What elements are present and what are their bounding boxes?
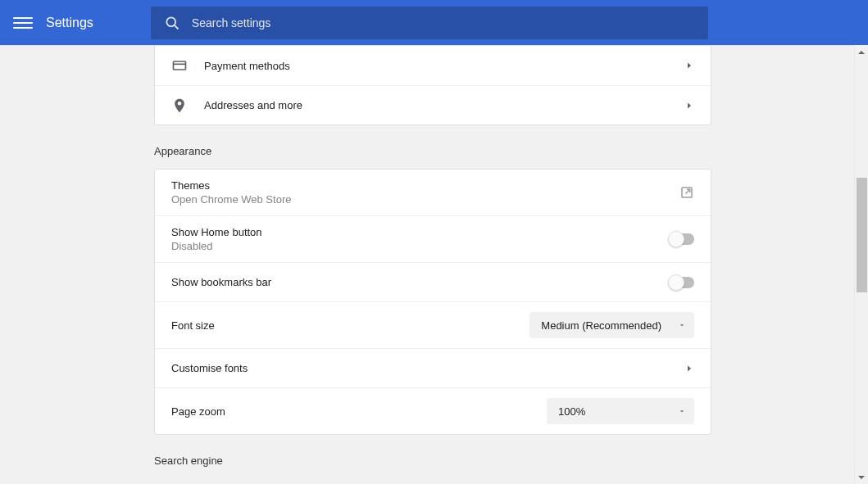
scroll-down-button[interactable] — [855, 470, 869, 484]
chevron-right-icon — [684, 364, 694, 373]
page-zoom-value: 100% — [558, 405, 585, 418]
bookmarks-bar-label: Show bookmarks bar — [171, 276, 670, 288]
themes-sub: Open Chrome Web Store — [171, 193, 679, 206]
content-area: Payment methods Addresses and more Appea… — [0, 45, 868, 484]
appearance-section-title: Appearance — [154, 145, 711, 157]
autofill-card: Payment methods Addresses and more — [154, 46, 711, 125]
font-size-select[interactable]: Medium (Recommended) — [529, 312, 694, 338]
credit-card-icon — [171, 57, 188, 74]
search-input[interactable] — [192, 16, 695, 29]
bookmarks-bar-row: Show bookmarks bar — [155, 262, 711, 301]
home-button-toggle[interactable] — [670, 233, 694, 245]
dropdown-icon — [678, 321, 686, 329]
themes-row[interactable]: Themes Open Chrome Web Store — [155, 170, 711, 215]
arrow-up-icon — [858, 51, 865, 54]
dropdown-icon — [678, 407, 686, 415]
home-button-label: Show Home button — [171, 226, 670, 238]
scroll-up-button[interactable] — [855, 45, 869, 59]
search-icon — [164, 15, 180, 31]
customise-fonts-row[interactable]: Customise fonts — [155, 348, 711, 387]
home-button-sub: Disabled — [171, 240, 670, 252]
scroll-thumb[interactable] — [857, 178, 867, 292]
themes-label: Themes — [171, 179, 679, 192]
svg-rect-2 — [174, 61, 186, 70]
font-size-row: Font size Medium (Recommended) — [155, 301, 711, 348]
payment-methods-label: Payment methods — [204, 60, 684, 72]
svg-line-1 — [175, 25, 179, 29]
search-engine-section-title: Search engine — [154, 455, 711, 467]
payment-methods-row[interactable]: Payment methods — [155, 46, 711, 85]
scrollbar[interactable] — [854, 45, 868, 484]
bookmarks-bar-toggle[interactable] — [670, 277, 694, 288]
page-zoom-select[interactable]: 100% — [547, 398, 694, 424]
menu-icon[interactable] — [13, 13, 33, 33]
addresses-row[interactable]: Addresses and more — [155, 85, 711, 124]
scroll-track[interactable] — [855, 59, 869, 470]
arrow-down-icon — [858, 476, 865, 479]
chevron-right-icon — [684, 101, 694, 111]
search-bar[interactable] — [151, 7, 708, 39]
location-icon — [171, 97, 188, 114]
appearance-card: Themes Open Chrome Web Store Show Home b… — [154, 169, 711, 435]
customise-fonts-label: Customise fonts — [171, 362, 684, 374]
font-size-label: Font size — [171, 319, 529, 332]
open-external-icon — [679, 185, 694, 200]
chevron-right-icon — [684, 61, 694, 70]
font-size-value: Medium (Recommended) — [541, 319, 661, 332]
svg-point-0 — [166, 17, 175, 26]
addresses-label: Addresses and more — [204, 99, 684, 111]
page-zoom-label: Page zoom — [171, 405, 547, 418]
header: Settings — [0, 0, 868, 45]
page-zoom-row: Page zoom 100% — [155, 387, 711, 434]
page-title: Settings — [46, 16, 93, 30]
home-button-row: Show Home button Disabled — [155, 215, 711, 262]
